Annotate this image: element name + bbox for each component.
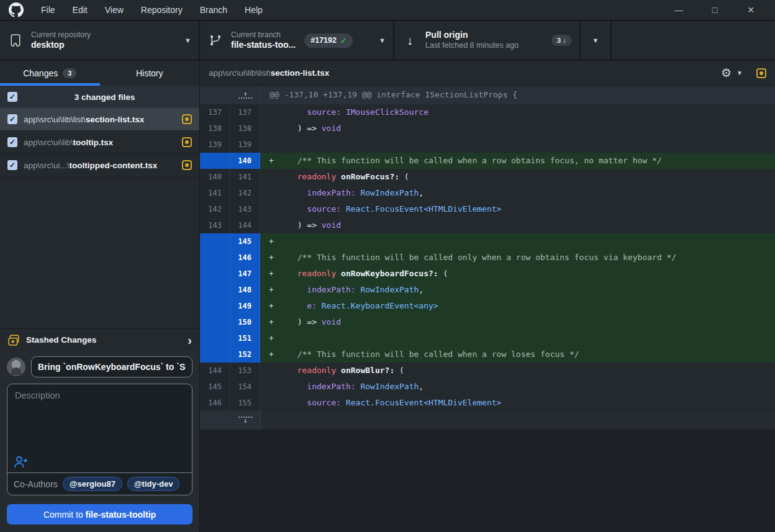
menu-help[interactable]: Help <box>236 0 271 20</box>
pull-origin-button[interactable]: ↓ Pull origin Last fetched 8 minutes ago… <box>394 21 581 60</box>
diff-marker <box>269 169 288 185</box>
new-line-number[interactable]: 151 <box>230 330 260 346</box>
new-line-number[interactable]: 138 <box>230 120 260 137</box>
old-line-number[interactable] <box>200 250 230 266</box>
code-line: + /** This function will be called when … <box>260 153 775 169</box>
modified-status-icon <box>182 137 192 147</box>
changed-files-count: 3 changed files <box>17 92 192 102</box>
close-button[interactable]: ✕ <box>733 0 769 20</box>
new-line-number[interactable]: 147 <box>230 266 260 282</box>
new-line-number[interactable]: 145 <box>230 233 260 250</box>
old-line-number[interactable]: 140 <box>200 169 230 185</box>
minimize-button[interactable]: — <box>661 0 697 20</box>
diff-marker <box>269 363 288 379</box>
old-line-number[interactable]: 145 <box>200 379 230 395</box>
commit-description-input[interactable] <box>7 384 192 472</box>
current-repository-button[interactable]: Current repository desktop ▼ <box>0 21 200 60</box>
old-line-number[interactable]: 137 <box>200 104 230 120</box>
pull-dropdown-button[interactable]: ▼ <box>581 21 612 60</box>
old-line-number[interactable] <box>200 346 230 363</box>
new-line-number[interactable]: 154 <box>230 379 260 395</box>
old-line-number[interactable] <box>200 282 230 298</box>
tab-history[interactable]: History <box>100 61 200 86</box>
file-checkbox[interactable]: ✓ <box>7 160 17 170</box>
github-logo-icon <box>9 2 24 17</box>
coauthors-bar: Co-Authors @sergiou87@tidy-dev <box>7 472 192 495</box>
current-branch-button[interactable]: Current branch file-status-too... #17192… <box>200 21 394 60</box>
new-line-number[interactable]: 144 <box>230 217 260 233</box>
github-desktop-window: FileEditViewRepositoryBranchHelp — □ ✕ C… <box>0 0 775 532</box>
new-line-number[interactable]: 146 <box>230 250 260 266</box>
new-line-number[interactable]: 139 <box>230 137 260 153</box>
new-line-number[interactable]: 148 <box>230 282 260 298</box>
old-line-number[interactable] <box>200 330 230 346</box>
diff-marker: + <box>269 330 288 346</box>
new-line-number[interactable]: 142 <box>230 185 260 201</box>
diff-added-line: 150+ ) => void <box>200 314 775 330</box>
old-line-number[interactable] <box>200 298 230 314</box>
new-line-number[interactable]: 152 <box>230 346 260 363</box>
coauthor-pill[interactable]: @sergiou87 <box>63 477 122 491</box>
file-checkbox[interactable]: ✓ <box>7 137 17 147</box>
old-line-number[interactable]: 141 <box>200 185 230 201</box>
coauthor-pill[interactable]: @tidy-dev <box>127 477 180 491</box>
menu-file[interactable]: File <box>32 0 64 20</box>
badge-down-arrow-icon: ↓ <box>563 37 566 44</box>
new-line-number[interactable]: 143 <box>230 201 260 217</box>
expand-up-button[interactable]: ↑ <box>200 86 261 104</box>
diff-options-chevron-icon[interactable]: ▼ <box>736 70 743 76</box>
new-line-number[interactable]: 137 <box>230 104 260 120</box>
diff-file-path: app\src\ui\lib\list\section-list.tsx <box>209 68 329 78</box>
maximize-button[interactable]: □ <box>697 0 733 20</box>
code-line: + <box>260 233 775 250</box>
old-line-number[interactable]: 138 <box>200 120 230 137</box>
old-line-number[interactable]: 144 <box>200 363 230 379</box>
menu-branch[interactable]: Branch <box>191 0 236 20</box>
old-line-number[interactable]: 142 <box>200 201 230 217</box>
file-row[interactable]: ✓app\src\ui\lib\list\section-list.tsx <box>0 108 199 131</box>
new-line-number[interactable]: 155 <box>230 395 260 411</box>
new-line-number[interactable]: 140 <box>230 153 260 169</box>
gear-icon[interactable]: ⚙ <box>721 67 732 79</box>
file-checkbox[interactable]: ✓ <box>7 114 17 124</box>
chevron-right-icon: › <box>188 334 192 346</box>
old-line-number[interactable] <box>200 233 230 250</box>
new-line-number[interactable]: 150 <box>230 314 260 330</box>
diff-marker: + <box>269 314 288 330</box>
code-line: indexPath: RowIndexPath, <box>260 185 775 201</box>
coauthor-pills: @sergiou87@tidy-dev <box>63 477 180 491</box>
menu-view[interactable]: View <box>96 0 132 20</box>
current-branch-label: Current branch <box>231 30 296 40</box>
diff-added-line: 146+ /** This function will be called on… <box>200 250 775 266</box>
sidebar-tabs: Changes 3 History <box>0 61 199 86</box>
old-line-number[interactable] <box>200 314 230 330</box>
file-row[interactable]: ✓app\src\ui...\tooltipped-content.tsx <box>0 154 199 177</box>
old-line-number[interactable] <box>200 153 230 169</box>
add-coauthor-button[interactable] <box>14 455 29 469</box>
toolbar-empty-area <box>612 21 775 60</box>
select-all-checkbox[interactable]: ✓ <box>7 92 17 102</box>
menu-repository[interactable]: Repository <box>132 0 191 20</box>
old-line-number[interactable]: 146 <box>200 395 230 411</box>
old-line-number[interactable] <box>200 266 230 282</box>
menu-edit[interactable]: Edit <box>64 0 96 20</box>
diff-added-line: 152+ /** This function will be called wh… <box>200 346 775 363</box>
file-row[interactable]: ✓app\src\ui\lib\tooltip.tsx <box>0 131 199 154</box>
new-line-number[interactable]: 149 <box>230 298 260 314</box>
old-line-number[interactable]: 139 <box>200 137 230 153</box>
commit-summary-input[interactable] <box>31 356 193 377</box>
commit-button[interactable]: Commit to file-status-tooltip <box>7 504 193 525</box>
diff-marker: + <box>269 298 288 314</box>
diff-context-line: 138138 ) => void <box>200 120 775 137</box>
pull-dropdown-chevron-icon: ▼ <box>592 37 599 44</box>
diff-marker <box>269 201 288 217</box>
diff-context-line: 137137 source: IMouseClickSource <box>200 104 775 120</box>
new-line-number[interactable]: 153 <box>230 363 260 379</box>
new-line-number[interactable]: 141 <box>230 169 260 185</box>
stashed-changes-row[interactable]: Stashed Changes › <box>0 328 199 351</box>
expand-down-button[interactable]: ↓ <box>200 411 261 430</box>
code-line: + ) => void <box>260 314 775 330</box>
tab-changes[interactable]: Changes 3 <box>0 61 100 86</box>
old-line-number[interactable]: 143 <box>200 217 230 233</box>
modified-status-icon <box>182 114 192 124</box>
